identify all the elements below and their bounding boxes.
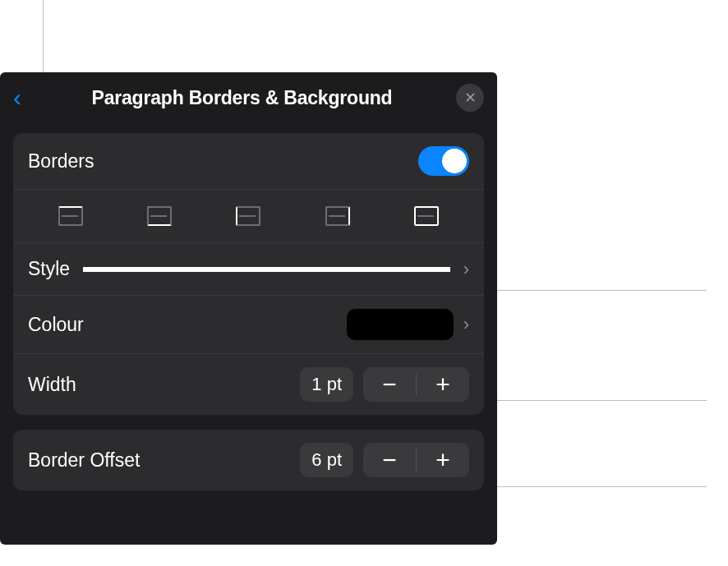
colour-label: Colour xyxy=(28,314,84,336)
offset-stepper: − + xyxy=(363,443,469,477)
colour-swatch[interactable] xyxy=(347,309,454,340)
offset-label: Border Offset xyxy=(28,449,140,472)
panel-header: ‹ Paragraph Borders & Background ✕ xyxy=(0,72,497,123)
borders-toggle[interactable] xyxy=(418,146,469,176)
close-icon: ✕ xyxy=(464,89,477,107)
border-top-icon[interactable] xyxy=(58,206,83,226)
width-label: Width xyxy=(28,374,76,396)
offset-increase-button[interactable]: + xyxy=(417,443,469,477)
style-preview xyxy=(83,267,450,272)
border-right-icon[interactable] xyxy=(325,206,350,226)
border-left-icon[interactable] xyxy=(236,206,260,226)
callout-line-style xyxy=(477,290,707,291)
colour-row[interactable]: Colour › xyxy=(13,296,484,354)
toggle-knob xyxy=(442,149,467,173)
close-button[interactable]: ✕ xyxy=(456,84,484,112)
callout-line-width xyxy=(477,400,707,401)
chevron-right-icon: › xyxy=(463,259,469,280)
chevron-right-icon: › xyxy=(463,314,469,335)
width-increase-button[interactable]: + xyxy=(417,367,469,402)
borders-background-panel: ‹ Paragraph Borders & Background ✕ Borde… xyxy=(0,72,497,545)
offset-row: Border Offset 6 pt − + xyxy=(13,430,484,490)
borders-toggle-row: Borders xyxy=(13,133,484,190)
back-button[interactable]: ‹ xyxy=(13,85,28,110)
offset-value: 6 pt xyxy=(300,443,353,477)
style-row[interactable]: Style › xyxy=(13,243,484,296)
width-decrease-button[interactable]: − xyxy=(363,367,416,402)
borders-label: Borders xyxy=(28,150,94,173)
borders-section: Borders Style xyxy=(13,133,484,415)
style-label: Style xyxy=(28,258,70,280)
offset-section: Border Offset 6 pt − + xyxy=(13,430,484,490)
width-value: 1 pt xyxy=(300,367,353,402)
border-bottom-icon[interactable] xyxy=(147,206,172,226)
border-position-row xyxy=(13,190,484,243)
offset-decrease-button[interactable]: − xyxy=(363,443,416,477)
width-stepper: − + xyxy=(363,367,469,402)
panel-title: Paragraph Borders & Background xyxy=(28,87,456,109)
callout-line-offset xyxy=(477,486,707,487)
border-all-icon[interactable] xyxy=(414,206,439,226)
width-row: Width 1 pt − + xyxy=(13,354,484,415)
